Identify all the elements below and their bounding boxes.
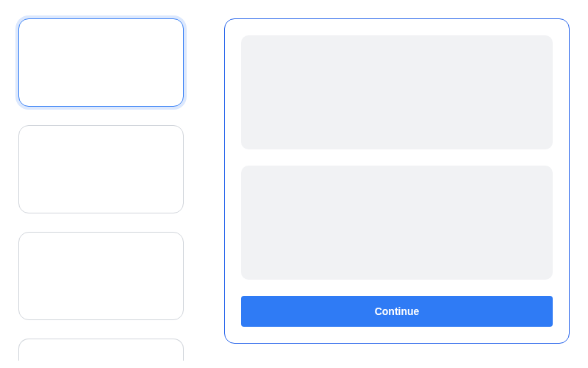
main-panel: Continue xyxy=(224,18,570,368)
content-block-1 xyxy=(241,35,553,149)
sidebar-item-1[interactable] xyxy=(18,18,184,107)
continue-button[interactable]: Continue xyxy=(241,296,553,327)
sidebar-item-4[interactable] xyxy=(18,339,184,361)
sidebar-item-2[interactable] xyxy=(18,125,184,213)
content-card: Continue xyxy=(224,18,570,344)
content-block-2 xyxy=(241,166,553,280)
sidebar-item-3[interactable] xyxy=(18,232,184,320)
sidebar xyxy=(18,18,184,368)
